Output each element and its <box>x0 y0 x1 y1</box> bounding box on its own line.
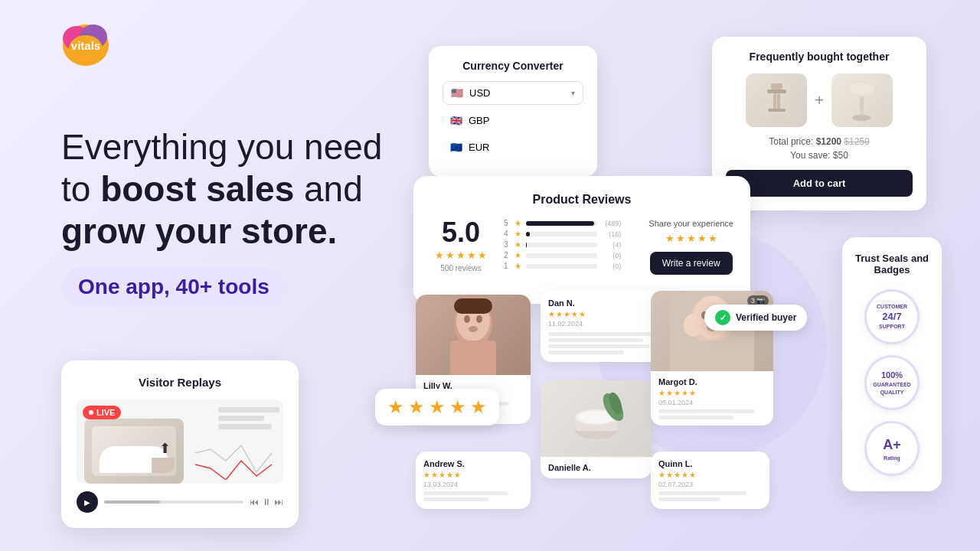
currency-converter-card: Currency Converter 🇺🇸 USD ▾ 🇬🇧 GBP 🇪🇺 EU… <box>429 46 597 177</box>
fbt-price: Total price: $1200 $1250 <box>726 136 913 147</box>
bar-row-3: 3 ★ (4) <box>504 240 621 249</box>
progress-bar <box>104 500 243 504</box>
trust-seals-card: Trust Seals and Badges CUSTOMER24/7SUPPO… <box>842 237 942 491</box>
visitor-replays-card: Visitor Replays LIVE ⬆ ▶ <box>61 360 299 528</box>
badge-text: One app, 40+ tools <box>78 275 270 298</box>
currency-code-gbp: GBP <box>469 115 489 126</box>
margot-stars: ★★★★★ <box>658 389 766 397</box>
svg-rect-8 <box>768 109 786 112</box>
andrew-name: Andrew S. <box>423 459 523 468</box>
danielle-name: Danielle A. <box>548 463 644 472</box>
review-count: 500 reviews <box>430 264 492 272</box>
review-card-andrew: Andrew S. ★★★★★ 13.03.2024 <box>416 452 531 509</box>
currency-code-usd: USD <box>469 87 490 99</box>
badge-quality: 100%GUARANTEEDQUALITY <box>864 355 920 410</box>
svg-rect-4 <box>771 83 782 90</box>
svg-point-16 <box>464 315 470 323</box>
gray-lines <box>218 407 279 429</box>
logo: vitals <box>61 23 110 67</box>
svg-rect-10 <box>860 96 864 118</box>
quinn-name: Quinn L. <box>658 459 762 468</box>
quinn-stars: ★★★★★ <box>658 471 762 479</box>
fbt-save: You save: $50 <box>726 150 913 161</box>
hero-section: Everything you need to boost sales and g… <box>61 126 382 307</box>
reviews-card: Product Reviews 5.0 ★★★★★ 500 reviews 5 … <box>413 176 750 304</box>
share-section: Share your experience ★★★★★ Write a revi… <box>633 219 733 275</box>
currency-item-gbp[interactable]: 🇬🇧 GBP <box>443 109 583 132</box>
share-stars: ★★★★★ <box>648 233 733 244</box>
chevron-icon: ▾ <box>571 89 575 97</box>
svg-point-17 <box>476 315 482 323</box>
flag-eur: 🇪🇺 <box>450 142 462 153</box>
svg-rect-5 <box>767 90 786 93</box>
margot-date: 05.01.2024 <box>658 399 766 406</box>
badge-support-label: CUSTOMER24/7SUPPORT <box>877 303 907 330</box>
big-score: 5.0 <box>430 219 492 246</box>
product-photo <box>541 380 652 457</box>
reviews-title: Product Reviews <box>430 193 733 207</box>
svg-rect-15 <box>450 341 496 375</box>
trust-title: Trust Seals and Badges <box>854 253 930 276</box>
margot-photo: 3📷 <box>651 291 773 371</box>
bar-row-1: 1 ★ (0) <box>504 262 621 270</box>
fbt-product-1 <box>746 73 807 127</box>
replay-content: LIVE ⬆ <box>77 399 283 484</box>
verified-buyer-badge: ✓ Verified buyer <box>704 305 807 331</box>
brand-name: vitals <box>71 39 100 52</box>
share-label: Share your experience <box>648 219 733 228</box>
svg-rect-6 <box>773 93 776 110</box>
badge-customer-support: CUSTOMER24/7SUPPORT <box>864 289 920 344</box>
svg-point-18 <box>469 326 478 332</box>
review-card-quinn: Quinn L. ★★★★★ 02.07.2023 <box>651 452 769 509</box>
quinn-date: 02.07.2023 <box>658 481 762 488</box>
svg-rect-19 <box>454 298 492 314</box>
verified-check-icon: ✓ <box>715 310 730 325</box>
badge-rating-label: A+Rating <box>883 435 901 462</box>
fbt-title: Frequently bought together <box>726 51 913 63</box>
reviews-summary: 5.0 ★★★★★ 500 reviews 5 ★ (489) 4 ★ (16)… <box>430 219 733 275</box>
currency-item-eur[interactable]: 🇪🇺 EUR <box>443 136 583 158</box>
margot-name: Margot D. <box>658 377 766 386</box>
play-button[interactable]: ▶ <box>77 491 98 513</box>
fbt-product-2 <box>831 73 893 127</box>
score-stars: ★★★★★ <box>430 249 492 261</box>
rating-bars: 5 ★ (489) 4 ★ (16) 3 ★ (4) 2 ★ (0) <box>504 219 621 272</box>
hero-line1: Everything you need <box>61 127 382 167</box>
andrew-date: 13.03.2024 <box>423 481 523 488</box>
currency-converter-title: Currency Converter <box>443 60 583 72</box>
bar-row-4: 4 ★ (16) <box>504 230 621 238</box>
currency-item-usd[interactable]: 🇺🇸 USD ▾ <box>443 81 583 105</box>
fbt-old-price: $1250 <box>844 136 869 147</box>
svg-point-12 <box>849 83 874 95</box>
hero-line2: to boost sales and <box>61 169 363 209</box>
badge-rating: A+Rating <box>864 421 920 476</box>
badge-quality-label: 100%GUARANTEEDQUALITY <box>873 370 910 396</box>
svg-point-33 <box>684 314 702 337</box>
danielle-review-body: Danielle A. <box>541 457 652 478</box>
margot-review-body: Margot D. ★★★★★ 05.01.2024 <box>651 371 773 425</box>
plus-icon: + <box>815 92 824 109</box>
fbt-products: + <box>726 73 913 127</box>
lilly-photo <box>416 295 531 375</box>
verified-label: Verified buyer <box>736 312 796 323</box>
svg-rect-7 <box>777 93 780 110</box>
write-review-button[interactable]: Write a review <box>650 252 733 275</box>
bar-row-5: 5 ★ (489) <box>504 219 621 227</box>
fbt-new-price: $1200 <box>816 136 841 147</box>
currency-code-eur: EUR <box>469 142 489 153</box>
skip-controls: ⏮⏸⏭ <box>250 497 283 507</box>
svg-point-11 <box>852 115 871 121</box>
hero-line3: grow your store. <box>61 211 337 251</box>
cursor-icon: ⬆ <box>159 440 171 457</box>
replay-chart <box>195 438 279 480</box>
hero-badge: One app, 40+ tools <box>61 267 286 307</box>
flag-gbp: 🇬🇧 <box>450 115 462 126</box>
add-to-cart-button[interactable]: Add to cart <box>726 170 913 197</box>
replay-controls: ▶ ⏮⏸⏭ <box>77 491 283 513</box>
review-card-product: Danielle A. <box>541 380 652 478</box>
live-badge: LIVE <box>83 406 121 419</box>
bar-row-2: 2 ★ (0) <box>504 251 621 259</box>
visitor-replays-title: Visitor Replays <box>77 376 283 389</box>
reviews-score-section: 5.0 ★★★★★ 500 reviews <box>430 219 492 272</box>
floating-stars: ★ ★ ★ ★ ★ <box>375 389 499 425</box>
